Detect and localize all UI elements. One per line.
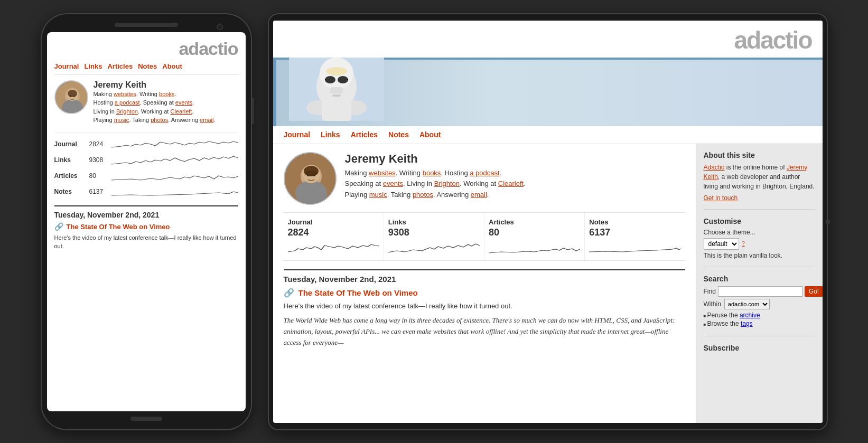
tablet-stat-notes: Notes 6137 (585, 213, 685, 260)
sidebar-theme-select[interactable]: default (704, 238, 739, 250)
phone-nav-notes[interactable]: Notes (138, 62, 157, 70)
search-button[interactable]: Go! (805, 286, 823, 297)
phone-nav-articles[interactable]: Articles (107, 62, 133, 70)
tablet-article-title[interactable]: The State Of The Web on Vimeo (298, 288, 418, 297)
tablet-stat-num-links: 9308 (388, 227, 480, 238)
tablet-link-brighton[interactable]: Brighton (434, 180, 460, 187)
tablet-nav-articles[interactable]: Articles (351, 130, 378, 139)
svg-point-6 (73, 95, 75, 97)
tablet-link-websites[interactable]: websites (369, 169, 396, 177)
tablet-avatar-image (285, 153, 337, 205)
phone-side-button (252, 98, 254, 124)
tablet-link-clearleft[interactable]: Clearleft (498, 180, 524, 187)
tablet-link-photos[interactable]: photos (413, 191, 433, 199)
search-row: Find Go! (704, 286, 815, 297)
search-tags-item: Browse the tags (704, 320, 815, 327)
tablet-link-books[interactable]: books (423, 169, 441, 177)
svg-point-4 (68, 90, 77, 97)
tablet-avatar (284, 152, 337, 205)
sidebar-search-heading: Search (704, 275, 815, 283)
tablet-device: adactio (268, 13, 828, 430)
stat-spark-links (111, 154, 238, 166)
sidebar-search-section: Search Find Go! Within adactio.com (704, 275, 815, 336)
tablet-link-email[interactable]: email (471, 191, 487, 199)
tablet-link-podcast[interactable]: a podcast (470, 169, 499, 177)
link-brighton[interactable]: Brighton (116, 108, 138, 115)
link-clearleft[interactable]: Clearleft (170, 108, 192, 115)
tablet-sidebar: About this site Adactio is the online ho… (696, 144, 823, 423)
sidebar-about-section: About this site Adactio is the online ho… (704, 151, 815, 210)
link-books[interactable]: books (159, 91, 174, 97)
tablet-link-chain-icon: 🔗 (284, 288, 294, 298)
phone-speaker (115, 23, 178, 27)
phone-profile: Jeremy Keith Making websites. Writing bo… (54, 80, 238, 125)
tablet-stat-num-notes: 6137 (589, 227, 680, 238)
tablet-stat-label-articles: Articles (489, 218, 580, 226)
tablet-article-date: Tuesday, November 2nd, 2021 (284, 269, 685, 284)
tablet-header: adactio (273, 21, 823, 58)
search-tags-link[interactable]: tags (741, 320, 753, 327)
svg-rect-12 (330, 87, 343, 93)
tablet-nav-links[interactable]: Links (321, 130, 340, 139)
stat-label-links: Links (54, 156, 86, 164)
phone-article-title[interactable]: The State Of The Web on Vimeo (67, 223, 170, 231)
tablet-stat-num-articles: 80 (489, 227, 580, 238)
link-photos[interactable]: photos (151, 117, 168, 123)
sidebar-adactio-link[interactable]: Adactio (704, 164, 725, 171)
tablet-body: Jeremy Keith Making websites. Writing bo… (273, 144, 696, 423)
stat-num-journal: 2824 (89, 140, 108, 148)
avatar (54, 80, 88, 114)
search-archive-item: Peruse the archive (704, 312, 815, 319)
phone-stats: Journal 2824 Links 9308 (54, 132, 238, 198)
sidebar-subscribe-section: Subscribe (704, 344, 815, 363)
tablet-screen: adactio (273, 21, 823, 423)
tablet-stat-num-journal: 2824 (288, 227, 379, 238)
tablet-link-events[interactable]: events (383, 180, 403, 187)
tablet-article-excerpt: Here's the video of my latest conference… (284, 301, 685, 312)
stat-label-articles: Articles (54, 172, 86, 180)
phone-device: adactio Journal Links Articles Notes Abo… (41, 13, 252, 430)
hero-border-left (273, 58, 276, 126)
stat-row-notes: Notes 6137 (54, 185, 238, 198)
tablet-stat-label-links: Links (388, 218, 480, 226)
sidebar-get-in-touch-link[interactable]: Get in touch (704, 194, 815, 202)
phone-nav-links[interactable]: Links (84, 62, 102, 70)
stat-row-links: Links 9308 (54, 154, 238, 166)
search-archive-link[interactable]: archive (740, 312, 760, 319)
tablet-stat-spark-journal (288, 239, 379, 255)
tablet-main: Jeremy Keith Making websites. Writing bo… (273, 144, 823, 423)
stat-row-journal: Journal 2824 (54, 138, 238, 150)
search-find-label: Find (704, 288, 716, 295)
search-within-select[interactable]: adactio.com (724, 299, 770, 309)
phone-nav-about[interactable]: About (162, 62, 182, 70)
stat-label-journal: Journal (54, 140, 86, 148)
tablet-article-link-row: 🔗 The State Of The Web on Vimeo (284, 288, 685, 298)
sidebar-theme-label: Choose a theme... (704, 229, 815, 236)
tablet-nav: Journal Links Articles Notes About (273, 126, 823, 144)
sidebar-theme-help-link[interactable]: ? (742, 240, 745, 248)
link-websites[interactable]: websites (114, 91, 136, 97)
tablet-link-music[interactable]: music (369, 191, 387, 199)
search-within-row: Within adactio.com (704, 299, 815, 309)
phone-article-link-row: 🔗 The State Of The Web on Vimeo (54, 222, 238, 231)
phone-home-button[interactable] (130, 417, 162, 421)
tablet-stat-spark-articles (489, 239, 580, 255)
stat-num-articles: 80 (89, 172, 108, 180)
phone-content: adactio Journal Links Articles Notes Abo… (47, 32, 246, 411)
phone-nav-journal[interactable]: Journal (54, 62, 79, 70)
link-email[interactable]: email (200, 117, 213, 123)
link-music[interactable]: music (114, 117, 129, 123)
tablet-nav-about[interactable]: About (419, 130, 441, 139)
phone-screen: adactio Journal Links Articles Notes Abo… (47, 32, 246, 411)
tablet-profile: Jeremy Keith Making websites. Writing bo… (284, 152, 685, 205)
search-input[interactable] (718, 286, 802, 297)
link-podcast[interactable]: a podcast (115, 99, 140, 106)
tablet-stat-spark-links (388, 239, 480, 255)
svg-point-19 (326, 67, 347, 76)
stat-spark-journal (111, 138, 238, 150)
tablet-nav-notes[interactable]: Notes (388, 130, 409, 139)
link-events[interactable]: events (175, 99, 192, 106)
phone-bio-name: Jeremy Keith (94, 80, 216, 90)
tablet-camera (826, 220, 830, 224)
tablet-nav-journal[interactable]: Journal (284, 130, 311, 139)
